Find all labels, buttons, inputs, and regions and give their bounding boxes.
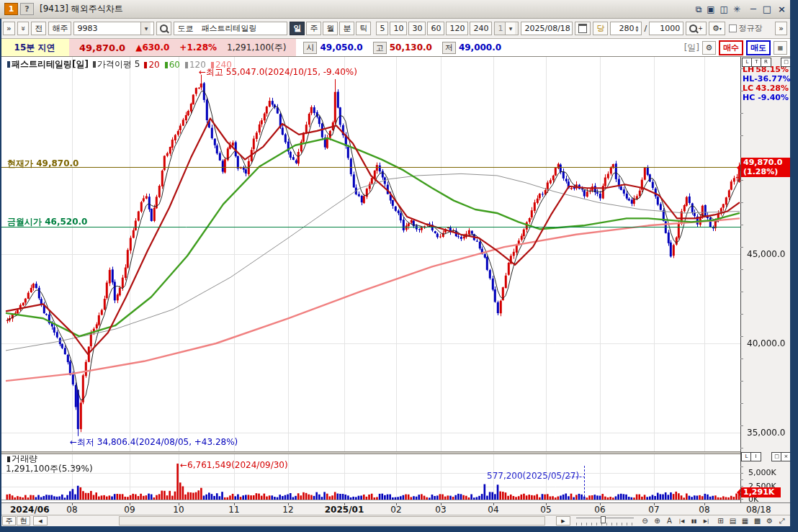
current-price-annotation: 현재가 49,870.0 (7, 158, 79, 170)
market-name-value: 도쿄 패스트리테일링 (177, 23, 256, 34)
slider-thumb[interactable] (601, 516, 606, 523)
interval-button-5[interactable]: 5 (376, 22, 388, 35)
symbol-input[interactable]: 9983 ▼ (73, 22, 154, 35)
chart-style-icon[interactable]: ▩ (752, 515, 763, 526)
last-price: 49,870.0 (79, 42, 125, 53)
bar-count-stepper[interactable]: ▲▼ (636, 25, 639, 32)
close-icon[interactable]: × (778, 4, 786, 14)
dock-window-icon[interactable]: ▣ (707, 4, 714, 14)
previous-symbol-button[interactable]: 전 (31, 22, 46, 35)
indicator-icon[interactable]: ⊞ (715, 515, 726, 526)
calendar-button[interactable] (575, 22, 591, 35)
period-button-주[interactable]: 주 (306, 22, 321, 35)
checkbox-icon[interactable] (729, 24, 737, 32)
scroll-right-button[interactable]: ▶ (556, 516, 570, 526)
volume-pane-button-I[interactable]: I (750, 452, 761, 461)
interval-button-group: 5103060120240 (376, 22, 492, 35)
x-axis-label: 11 (228, 505, 239, 515)
ma-legend-item-60: 60 (165, 60, 180, 70)
stat-row-LC: LC43.28% (743, 84, 789, 93)
stat-label: HL (743, 74, 754, 84)
low-label: 저 (442, 42, 456, 54)
symbol-search-button[interactable] (156, 22, 171, 35)
volume-chart-canvas[interactable] (1, 454, 740, 502)
minimize-icon[interactable]: ─ (750, 4, 756, 14)
help-icon[interactable]: ? (20, 3, 34, 15)
dang-button[interactable]: 당 (593, 22, 608, 35)
interval-button-240[interactable]: 240 (470, 22, 492, 35)
zoom-out-icon[interactable]: ⊖ (640, 515, 650, 526)
expand-down-button[interactable]: » (17, 22, 30, 35)
period-button-분[interactable]: 분 (339, 22, 354, 35)
x-axis-label: 08 (699, 505, 709, 515)
buy-button[interactable]: 매수 (719, 40, 743, 55)
x-axis-end-label: 08/18 (746, 505, 771, 515)
interval-button-10[interactable]: 10 (390, 22, 407, 35)
symbol-dropdown-arrow[interactable]: ▼ (140, 22, 151, 35)
market-name-field[interactable]: 도쿄 패스트리테일링 (174, 22, 287, 35)
interval-button-60[interactable]: 60 (427, 22, 444, 35)
bar-width-slider[interactable] (576, 518, 634, 526)
zoom-search-button[interactable]: + (686, 22, 707, 35)
chart-settings-button[interactable]: ⚙▾ (709, 22, 725, 35)
expand-right-button[interactable]: » (775, 22, 787, 35)
period-button-월[interactable]: 월 (323, 22, 338, 35)
arrow-right-icon: ▶ (561, 518, 565, 524)
capture-icon[interactable]: ◫ (720, 4, 728, 14)
save-icon[interactable]: ▤ (727, 515, 738, 526)
series-legend: 패스트리테일링[일] (7, 58, 89, 71)
ma-color-icon (185, 62, 188, 68)
sell-button[interactable]: 매도 (746, 40, 771, 55)
window-settings-icon[interactable]: ✳ (733, 4, 740, 14)
step-backward-icon[interactable]: |◀ (676, 515, 687, 526)
volume-subtitle: 1,291,100주(5.39%) (6, 463, 93, 475)
denominator-input[interactable]: 1000 (649, 22, 683, 35)
stat-label: HC (743, 93, 755, 102)
expand-left-button[interactable]: » (3, 22, 15, 35)
settings-button[interactable]: ⚙ (702, 41, 716, 55)
pane-button-R[interactable]: R (761, 58, 771, 67)
current-price-marker: 49,870.0 (1.28%) (741, 158, 791, 177)
gear-icon[interactable]: ⚙ (764, 515, 775, 526)
pause-icon[interactable]: ▮▮ (689, 515, 699, 526)
week-toggle-button[interactable]: 주 (2, 516, 16, 526)
day-volume: 1,291,100(주) (227, 42, 286, 54)
period-button-group: 일주월분틱 (290, 22, 371, 35)
maximize-icon[interactable]: □ (763, 4, 771, 14)
overseas-stock-button[interactable]: 해주 (48, 22, 71, 35)
window-controls: ─□× (750, 4, 786, 14)
stat-value: -9.40% (758, 93, 789, 102)
price-chart-canvas[interactable] (1, 57, 740, 451)
x-axis-label: 12 (282, 505, 293, 515)
auto-scale-icon[interactable]: A (664, 515, 675, 526)
zoom-in-icon[interactable]: ⊕ (652, 515, 663, 526)
step-forward-icon[interactable]: ▶| (701, 515, 712, 526)
stepper-down-icon[interactable]: ▼ (636, 29, 639, 32)
interval-button-30[interactable]: 30 (408, 22, 426, 35)
scroll-left-button[interactable]: ◀ (33, 516, 48, 526)
scrollbar-thumb[interactable] (119, 516, 545, 526)
bar-count-input[interactable]: 280 ▲▼ (610, 22, 642, 35)
all-time-low-annotation: ←최저 34,806.4(2024/08/05, +43.28%) (70, 436, 238, 448)
ma-legend-label: 가격이평 5 (93, 58, 140, 71)
series-marker-icon (7, 61, 10, 68)
interval-button-120[interactable]: 120 (446, 22, 468, 35)
mini-order-window-icon[interactable]: ▦ (774, 41, 787, 55)
stat-value: -36.77% (754, 74, 790, 84)
stat-label: LC (743, 84, 753, 93)
pane-splitter[interactable] (0, 451, 790, 454)
clone-window-icon[interactable]: ⧉ (696, 4, 702, 14)
ma-marker-icon (93, 61, 96, 68)
count-dropdown-arrow[interactable]: ▼ (505, 22, 515, 35)
regular-session-toggle[interactable]: 정규장 (729, 23, 763, 34)
price-axis-label: 35,000.0 (747, 428, 785, 438)
symbol-value: 9983 (77, 24, 97, 33)
date-input[interactable]: 2025/08/18 (521, 22, 573, 35)
bottom-toolbar: 주 현 ◀ ▶ ⊖⊕A|◀▮▮▶| ⊞▤▦▩⚙⤢ (0, 515, 790, 526)
data-table-icon[interactable]: ▦ (740, 515, 750, 526)
fullscreen-icon[interactable]: ⤢ (776, 515, 787, 526)
period-button-틱[interactable]: 틱 (356, 22, 371, 35)
count-select[interactable]: 1 ▼ (494, 22, 519, 35)
period-button-일[interactable]: 일 (290, 22, 305, 35)
current-button[interactable]: 현 (17, 516, 30, 526)
